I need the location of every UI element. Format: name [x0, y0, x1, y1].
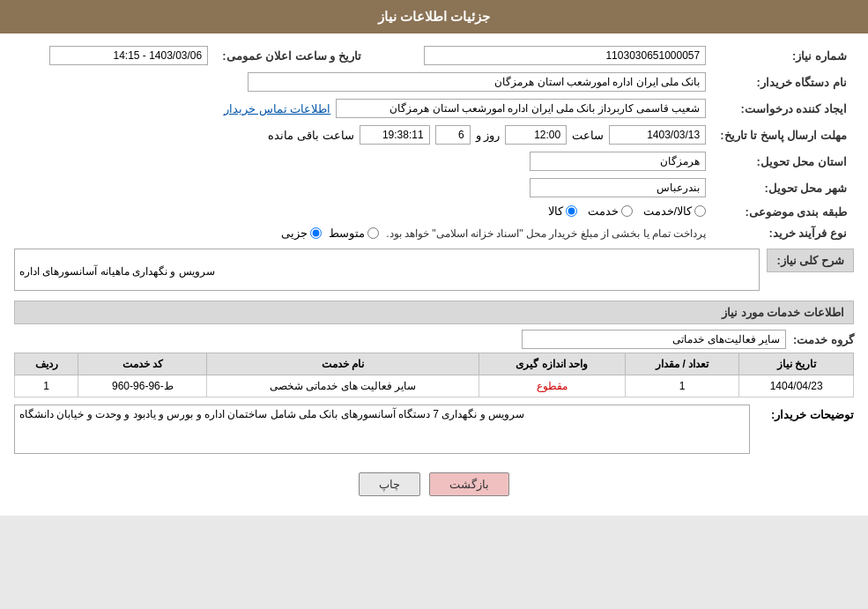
- category-khedmat-option[interactable]: خدمت: [588, 204, 633, 218]
- buyer-description-textarea[interactable]: [14, 405, 750, 454]
- print-button[interactable]: چاپ: [359, 472, 420, 496]
- announce-label: تاریخ و ساعت اعلان عمومی:: [215, 42, 368, 69]
- purchase-jezii-option[interactable]: جزیی: [281, 227, 322, 240]
- services-section-header: اطلاعات خدمات مورد نیاز: [14, 301, 854, 324]
- send-time-label: ساعت: [572, 129, 604, 142]
- need-number-input[interactable]: [424, 46, 706, 65]
- announce-value-input[interactable]: [49, 46, 208, 65]
- remaining-label: ساعت باقی مانده: [268, 129, 353, 142]
- delivery-city-label: شهر محل تحویل:: [713, 175, 854, 201]
- remaining-time-input[interactable]: [360, 125, 430, 145]
- send-deadline-label: مهلت ارسال پاسخ تا تاریخ:: [713, 122, 854, 148]
- purchase-motavasset-radio[interactable]: [367, 227, 379, 239]
- table-header-service-code: کد خدمت: [78, 353, 207, 375]
- row-service-name: سایر فعالیت های خدماتی شخصی: [207, 375, 479, 397]
- send-days-input[interactable]: [435, 125, 471, 145]
- category-kala-khedmat-label: کالا/خدمت: [643, 204, 693, 218]
- row-unit: مقطوع: [479, 375, 625, 397]
- creator-input[interactable]: [336, 99, 706, 118]
- category-khedmat-label: خدمت: [588, 204, 619, 218]
- basic-info-table: شماره نیاز: تاریخ و ساعت اعلان عمومی: نا…: [14, 42, 854, 243]
- category-khedmat-radio[interactable]: [621, 205, 633, 217]
- description-label: شرح کلی نیاز:: [776, 254, 844, 267]
- table-row: 1404/04/23 1 مقطوع سایر فعالیت های خدمات…: [15, 375, 854, 397]
- buttons-row: بازگشت چاپ: [14, 462, 854, 507]
- table-header-service-name: نام خدمت: [207, 353, 479, 375]
- description-textarea[interactable]: [14, 249, 760, 291]
- back-button[interactable]: بازگشت: [429, 472, 509, 496]
- buyer-org-input[interactable]: [248, 72, 706, 92]
- page-wrapper: جزئیات اطلاعات نیاز شماره نیاز: تاریخ و …: [0, 0, 868, 516]
- creator-label: ایجاد کننده درخواست:: [713, 95, 854, 122]
- buyer-description-label: توضیحات خریدار:: [757, 405, 854, 421]
- purchase-motavasset-label: متوسط: [329, 227, 365, 240]
- need-number-label: شماره نیاز:: [713, 42, 854, 69]
- delivery-province-label: استان محل تحویل:: [713, 148, 854, 175]
- purchase-type-label: نوع فرآیند خرید:: [713, 223, 854, 243]
- send-date-input[interactable]: [609, 125, 706, 145]
- category-kala-label: کالا: [548, 204, 563, 218]
- category-label: طبقه بندی موضوعی:: [713, 201, 854, 223]
- page-title: جزئیات اطلاعات نیاز: [378, 9, 490, 24]
- category-kala-khedmat-option[interactable]: کالا/خدمت: [643, 204, 707, 218]
- table-header-quantity: تعداد / مقدار: [625, 353, 739, 375]
- services-table: تاریخ نیاز تعداد / مقدار واحد اندازه گیر…: [14, 353, 854, 397]
- table-header-unit: واحد اندازه گیری: [479, 353, 625, 375]
- row-service-code: ط-96-96-960: [78, 375, 207, 397]
- send-time-input[interactable]: [505, 125, 567, 145]
- row-num: 1: [15, 375, 78, 397]
- table-header-row-num: ردیف: [15, 353, 78, 375]
- main-content: شماره نیاز: تاریخ و ساعت اعلان عمومی: نا…: [0, 33, 868, 516]
- page-header: جزئیات اطلاعات نیاز: [0, 0, 868, 33]
- service-group-input[interactable]: [522, 330, 786, 349]
- buyer-org-label: نام دستگاه خریدار:: [713, 69, 854, 95]
- purchase-jezii-radio[interactable]: [310, 227, 322, 239]
- contact-link[interactable]: اطلاعات تماس خریدار: [224, 102, 330, 115]
- table-header-date: تاریخ نیاز: [739, 353, 854, 375]
- description-section-header: شرح کلی نیاز:: [767, 249, 854, 272]
- send-days-label: روز و: [476, 129, 501, 142]
- purchase-note: پرداخت تمام یا بخشی از مبلغ خریدار محل "…: [386, 227, 706, 240]
- services-section-label: اطلاعات خدمات مورد نیاز: [722, 306, 844, 319]
- row-date: 1404/04/23: [739, 375, 854, 397]
- delivery-city-input[interactable]: [530, 178, 706, 197]
- category-kala-option[interactable]: کالا: [548, 204, 577, 218]
- purchase-jezii-label: جزیی: [281, 227, 308, 240]
- category-kala-khedmat-radio[interactable]: [694, 205, 706, 217]
- delivery-province-input[interactable]: [530, 152, 706, 171]
- service-group-label: گروه خدمت:: [793, 333, 854, 346]
- category-kala-radio[interactable]: [566, 205, 577, 217]
- row-quantity: 1: [625, 375, 739, 397]
- purchase-motavasset-option[interactable]: متوسط: [329, 227, 379, 240]
